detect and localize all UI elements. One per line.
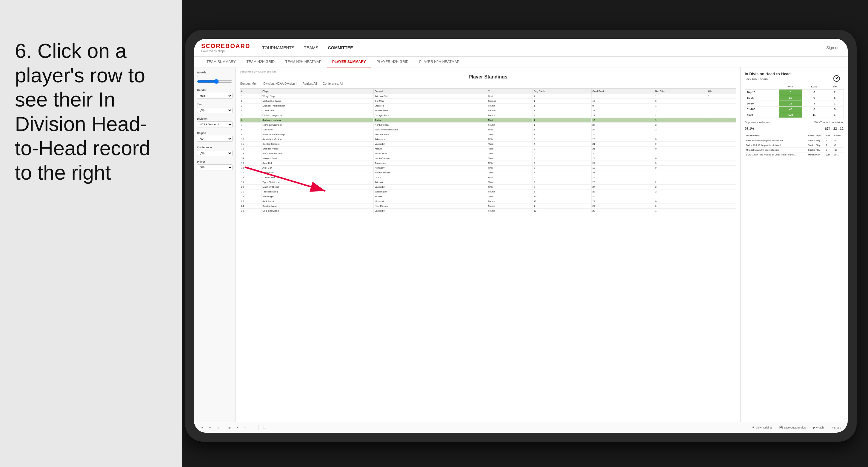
cell-win [707,142,736,147]
cell-conf: 21 [591,147,654,151]
table-row[interactable]: 16 Alex Goff Kentucky Fifth 8 19 0 [240,166,736,170]
h2h-row: 11-25 20 9 5 [745,95,843,101]
table-row[interactable]: 21 Taehoon Song Washington Fourth 6 23 2 [240,189,736,194]
tab-player-h2h-heatmap[interactable]: PLAYER H2H HEATMAP [414,57,465,67]
share-btn[interactable]: ↗ Share [829,426,843,430]
redo-btn[interactable]: ↺ [207,426,213,430]
table-row[interactable]: 19 Tiger Christensen Arizona Third 8 23 … [240,180,736,185]
division-label: Division [197,117,232,120]
save-custom-btn[interactable]: 💾 Save Custom View [778,426,808,430]
table-row[interactable]: 18 Luke Powell UCLA First 5 24 1 [240,175,736,180]
player-select[interactable]: (All) [197,164,232,170]
gender-select[interactable]: Men Women [197,93,232,99]
cell-num: 3 [240,103,261,108]
view-original-btn[interactable]: 👁 View: Original [751,426,774,430]
cell-num: 25 [240,209,261,213]
player-label: Player [197,160,232,163]
nav-committee[interactable]: COMMITTEE [328,44,353,51]
tourn-pos: 4 [825,138,833,143]
table-row[interactable]: 2 Michael La Sasse Ole Miss Second 1 19 … [240,99,736,103]
cell-num: 21 [240,189,261,194]
table-row[interactable]: 11 Gordon Sargent Vanderbilt Third 4 21 … [240,142,736,147]
nav-teams[interactable]: TEAMS [304,44,318,51]
cell-reg: 8 [532,180,591,185]
cell-num: 6 [240,118,261,123]
cell-yr: Second [487,99,532,103]
table-row[interactable]: 12 Brendan Valles Auburn Third 3 21 0 [240,147,736,151]
clock-btn[interactable]: ⏱ [261,426,267,430]
table-row[interactable]: 10 Jacob Mou-Disiere Arkansas Fifth 3 25… [240,137,736,142]
cell-num: 7 [240,123,261,127]
redo2-btn[interactable]: ↻ [216,426,221,430]
table-row[interactable]: 22 Ian Gilligan Florida Third 10 24 1 [240,194,736,199]
division-select[interactable]: NCAA Division I [197,121,232,127]
h2h-row: 26-50 22 4 1 [745,101,843,106]
table-row[interactable]: 13 Phichaksn Maichon Texas A&M Third 6 3… [240,151,736,156]
table-row[interactable]: 6 Jackson Koivun Auburn First 1 16 1 [240,118,736,123]
cell-yr: Fourth [487,189,532,194]
sign-out[interactable]: Sign out [826,45,841,50]
table-row[interactable]: 3 Michael Thorbjornsen Stanford Fourth 1… [240,103,736,108]
tab-team-summary[interactable]: TEAM SUMMARY [201,57,241,67]
cell-num: 11 [240,142,261,147]
table-row[interactable]: 8 Mats Ege East Tennessee State Fifth 1 … [240,127,736,132]
tablet-screen: SCOREBOARD Powered by clippi TOURNAMENTS… [194,39,848,433]
table-row[interactable]: 17 David Ford North Carolina Third 8 21 … [240,170,736,175]
h2h-tie-val: 5 [826,95,843,101]
cell-win [707,147,736,151]
sidebar-year: Year (All) [197,103,232,113]
tab-team-h2h-grid[interactable]: TEAM H2H GRID [241,57,280,67]
cell-rds: 2 [654,185,707,189]
h2h-table: Win Loss Tie Top 10 8 3 2 11-25 20 9 5 2… [745,84,843,118]
more-btn[interactable]: ··· [250,426,256,430]
table-row[interactable]: 25 Cole Sherwood Vanderbilt Fourth 12 23… [240,209,736,213]
tab-team-h2h-heatmap[interactable]: TEAM H2H HEATMAP [280,57,327,67]
cell-yr: Fifth [487,137,532,142]
table-row[interactable]: 9 Preston Summerhays Arizona State Third… [240,132,736,137]
cell-player: Nicholas Gabrelcik [261,123,374,127]
col-reg-rank: Reg Rank [532,89,591,94]
tournament-row: Fallen Oak Collegiate Invitational Strok… [745,143,843,148]
h2h-tie-val: 1 [826,101,843,106]
table-row[interactable]: 14 Maxwell Ford North Carolina Third 3 2… [240,156,736,161]
nav-tournaments[interactable]: TOURNAMENTS [262,44,294,51]
cell-player: Jacob Mou-Disiere [261,137,374,142]
h2h-label: 26-50 [745,101,779,106]
no-rds-slider[interactable] [197,79,232,84]
cell-school: Georgia Tech [374,113,487,118]
cell-conf: 19 [591,166,654,170]
table-row[interactable]: 24 Bastien Amat New Mexico Fourth 1 27 2 [240,204,736,209]
filter-btn[interactable]: ⊞ [226,426,232,430]
minus-btn[interactable]: − [242,426,247,430]
cell-num: 14 [240,156,261,161]
cell-yr: Third [487,151,532,156]
table-row[interactable]: 1 Wenyi Ding Arizona State First 1 1 1 [240,94,736,99]
cell-conf: 27 [591,108,654,113]
year-select[interactable]: (All) [197,107,232,113]
cell-rds: 0 [654,137,707,142]
cell-conf: 21 [591,142,654,147]
plus-btn[interactable]: + [235,426,240,430]
col-yr: Yr [487,89,532,94]
tourn-name: Mirabel Maui Jim Intercollegiate [745,148,807,153]
table-row[interactable]: 23 Jack Lundin Missouri Fourth 11 24 0 [240,199,736,204]
cell-num: 12 [240,147,261,151]
conference-select[interactable]: (All) [197,150,232,156]
cell-yr: Fourth [487,199,532,204]
cell-conf: 24 [591,161,654,166]
cell-conf: 23 [591,209,654,213]
table-row[interactable]: 7 Nicholas Gabrelcik North Florida Fourt… [240,123,736,127]
table-row[interactable]: 4 Luke Claton Florida State Second 1 27 … [240,108,736,113]
table-row[interactable]: 20 Matthew Riedel Vanderbilt Fifth 8 24 … [240,185,736,189]
tab-player-h2h-grid[interactable]: PLAYER H2H GRID [371,57,414,67]
table-row[interactable]: 5 Christo Lamprecht Georgia Tech Fourth … [240,113,736,118]
close-button[interactable]: ✕ [833,75,840,82]
undo-btn[interactable]: ↩ [199,426,205,430]
table-row[interactable]: 15 Jake Hall Tennessee Fifth 3 24 0 [240,161,736,166]
standings-table: # Player School Yr Reg Rank Conf Rank No… [240,88,736,213]
watch-btn[interactable]: ▶ Watch [812,426,826,430]
cell-win [707,132,736,137]
tab-player-summary[interactable]: PLAYER SUMMARY [327,57,371,67]
cell-conf: 24 [591,132,654,137]
region-select[interactable]: N/A [197,136,232,142]
